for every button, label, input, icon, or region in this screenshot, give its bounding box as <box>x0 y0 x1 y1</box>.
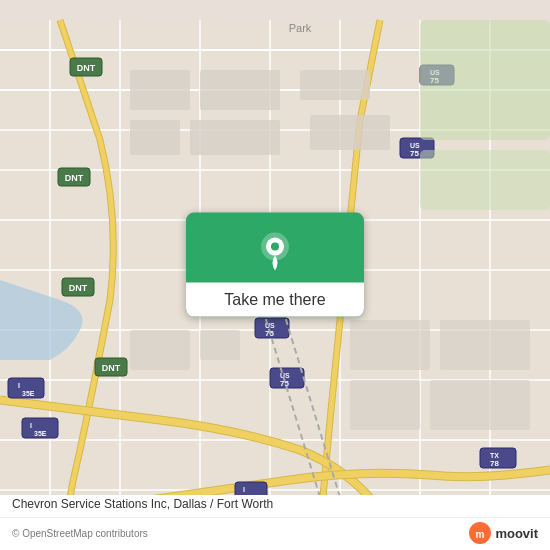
svg-rect-53 <box>130 70 190 110</box>
location-pin-icon <box>256 231 294 275</box>
take-me-there-label: Take me there <box>186 283 364 317</box>
svg-text:I: I <box>18 382 20 389</box>
svg-text:Park: Park <box>289 22 312 34</box>
map-container: DNT DNT DNT DNT US 75 US 75 US 75 US 75 … <box>0 0 550 550</box>
svg-text:DNT: DNT <box>65 173 84 183</box>
moovit-logo-icon: m <box>469 522 491 544</box>
take-me-there-button[interactable]: Take me there <box>186 213 364 317</box>
svg-rect-55 <box>300 70 370 100</box>
svg-point-69 <box>271 243 279 251</box>
svg-rect-56 <box>130 120 180 155</box>
pin-icon-area <box>236 213 314 283</box>
svg-text:US: US <box>280 372 290 379</box>
svg-text:m: m <box>476 529 485 540</box>
svg-text:US: US <box>410 142 420 149</box>
svg-text:DNT: DNT <box>69 283 88 293</box>
svg-rect-63 <box>350 380 420 430</box>
svg-text:I: I <box>243 486 245 493</box>
moovit-branding: m moovit <box>469 522 538 544</box>
svg-text:78: 78 <box>490 459 499 468</box>
svg-text:TX: TX <box>490 452 499 459</box>
moovit-text: moovit <box>495 526 538 541</box>
svg-rect-51 <box>420 20 550 140</box>
svg-text:DNT: DNT <box>77 63 96 73</box>
svg-rect-57 <box>190 120 280 155</box>
svg-text:35E: 35E <box>34 430 47 437</box>
svg-rect-64 <box>430 380 530 430</box>
svg-text:DNT: DNT <box>102 363 121 373</box>
svg-text:75: 75 <box>410 149 419 158</box>
attribution-text-2: © OpenStreetMap contributors <box>12 528 148 539</box>
svg-rect-58 <box>310 115 390 150</box>
svg-rect-54 <box>200 70 280 110</box>
svg-rect-61 <box>350 320 430 370</box>
location-title: Chevron Service Stations Inc, Dallas / F… <box>0 495 550 517</box>
svg-text:35E: 35E <box>22 390 35 397</box>
svg-rect-59 <box>130 330 190 370</box>
svg-rect-62 <box>440 320 530 370</box>
svg-rect-60 <box>200 330 240 360</box>
svg-text:I: I <box>30 422 32 429</box>
svg-rect-52 <box>420 150 550 210</box>
